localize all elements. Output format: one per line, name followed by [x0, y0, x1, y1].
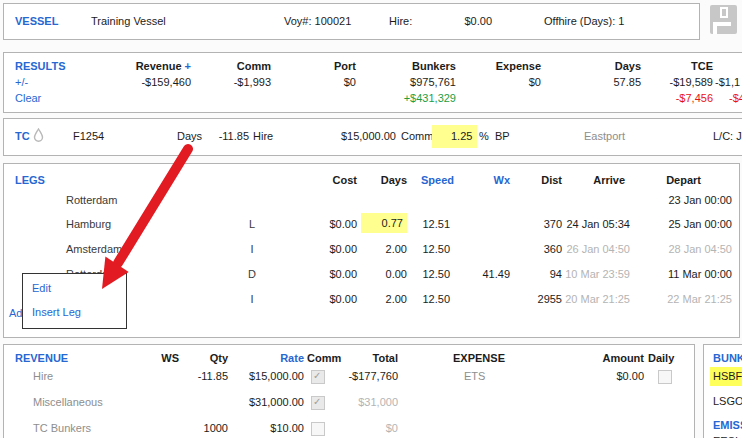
leg-port-name[interactable]: Rotterdam: [66, 193, 117, 208]
tc-section-label: TC: [15, 129, 30, 144]
emissions-row[interactable]: EESI: [713, 434, 738, 438]
revenue-qty[interactable]: 1000: [168, 421, 228, 436]
results-section-label: RESULTS: [15, 59, 66, 74]
vessel-section-label: VESSEL: [15, 14, 58, 29]
leg-row[interactable]: Amsterdam I $0.00 2.00 12.50 360 26 Jan …: [4, 242, 737, 258]
leg-speed[interactable]: 12.51: [390, 217, 450, 232]
revenue-total: $0: [318, 421, 398, 436]
col-header-bunkers: Bunkers: [366, 59, 456, 74]
expense-section-label: EXPENSE: [453, 351, 505, 366]
leg-port-name[interactable]: Hamburg: [66, 217, 111, 232]
app-window: VESSEL Training Vessel Voy#: 100021 Hire…: [0, 0, 742, 438]
result-revenue: -$159,460: [101, 75, 191, 90]
leg-arrive: 10 Mar 23:59: [540, 267, 630, 282]
revenue-rate[interactable]: $10.00: [244, 421, 304, 436]
vessel-hire-value[interactable]: $0.00: [432, 14, 492, 29]
legs-header-arrive: Arrive: [540, 173, 625, 188]
voyage-number[interactable]: Voy#: 100021: [284, 14, 351, 29]
revenue-header-total: Total: [318, 351, 398, 366]
leg-depart: 28 Jan 04:50: [642, 242, 732, 257]
legs-header-speed[interactable]: Speed: [394, 173, 454, 188]
bunkers-fuel-lsgo[interactable]: LSGO: [713, 394, 742, 409]
leg-speed[interactable]: 12.50: [390, 292, 450, 307]
leg-context-menu: Edit Insert Leg: [22, 273, 127, 329]
revenue-row-name: Hire: [33, 369, 53, 384]
bunkers-fuel-hsbf[interactable]: HSBFO: [710, 367, 742, 382]
tc-code[interactable]: F1254: [73, 129, 104, 144]
leg-arrive: 24 Jan 05:34: [540, 217, 630, 232]
tc-port[interactable]: Eastport: [584, 129, 625, 144]
leg-speed[interactable]: 12.50: [390, 267, 450, 282]
revenue-header-qty: Qty: [168, 351, 228, 366]
tc-panel: TC F1254 Days -11.85 Hire $15,000.00 Com…: [3, 118, 742, 156]
results-clear-link[interactable]: Clear: [15, 91, 41, 106]
tc-comm-label: Comm: [401, 129, 433, 144]
tc-comm-value[interactable]: 1.25: [432, 125, 477, 140]
result-bunkers-delta: +$431,329: [366, 91, 456, 106]
col-header-expense: Expense: [451, 59, 541, 74]
col-header-port: Port: [266, 59, 356, 74]
context-menu-insert-leg[interactable]: Insert Leg: [32, 305, 81, 320]
revenue-total: -$177,760: [318, 369, 398, 384]
leg-speed[interactable]: 12.50: [390, 242, 450, 257]
revenue-total: $31,000: [318, 395, 398, 410]
offhire-days[interactable]: Offhire (Days): 1: [544, 14, 625, 29]
revenue-row-name: Miscellaneous: [33, 395, 103, 410]
result-extra: -$1,1: [715, 75, 740, 90]
leg-depart: 22 Mar 21:25: [642, 292, 732, 307]
revenue-qty[interactable]: -11.85: [168, 369, 228, 384]
daily-checkbox[interactable]: [658, 370, 672, 384]
legs-section-label: LEGS: [15, 173, 45, 188]
droplet-icon: [33, 128, 44, 144]
vessel-hire-label: Hire:: [389, 14, 412, 29]
bunkers-section-label: BUNKERS: [713, 351, 742, 366]
col-header-revenue: Revenue +: [101, 59, 191, 74]
leg-type: D: [246, 267, 258, 282]
expense-row-name: ETS: [464, 369, 485, 384]
revenue-row[interactable]: TC Bunkers 1000 $10.00 $0: [4, 421, 692, 437]
revenue-row-name: TC Bunkers: [33, 421, 91, 436]
context-menu-edit[interactable]: Edit: [32, 281, 51, 296]
leg-depart: 23 Jan 00:00: [642, 193, 732, 208]
result-comm: -$1,993: [181, 75, 271, 90]
revenue-section-label: REVENUE: [15, 351, 68, 366]
tc-days-value[interactable]: -11.85: [199, 129, 249, 144]
leg-arrive: 20 Mar 21:25: [540, 292, 630, 307]
bunkers-panel: BUNKERS HSBFO LSGO EMISSIONS EESI: [703, 344, 742, 438]
revenue-header-rate[interactable]: Rate: [244, 351, 304, 366]
tc-bp-label: BP: [495, 129, 510, 144]
legs-header-wx[interactable]: Wx: [450, 173, 510, 188]
tc-hire-label: Hire: [253, 129, 273, 144]
vessel-panel: VESSEL Training Vessel Voy#: 100021 Hire…: [3, 3, 700, 40]
result-bunkers: $975,761: [366, 75, 456, 90]
tc-percent-sign: %: [479, 129, 489, 144]
leg-type: L: [246, 217, 258, 232]
result-tce-delta: -$7,456: [623, 91, 713, 106]
revenue-row[interactable]: Hire -11.85 $15,000.00 -$177,760 ETS $0.…: [4, 369, 692, 385]
result-tce: -$19,589: [623, 75, 713, 90]
result-expense: $0: [451, 75, 541, 90]
revenue-row[interactable]: Miscellaneous $31,000.00 $31,000: [4, 395, 692, 411]
emissions-section-label: EMISSIONS: [713, 418, 742, 433]
result-extra-delta: -$4: [729, 91, 742, 106]
col-header-tce: TCE: [623, 59, 713, 74]
leg-port-name[interactable]: Amsterdam: [66, 242, 122, 257]
expense-header-amount: Amount: [584, 351, 644, 366]
vessel-name[interactable]: Training Vessel: [91, 14, 166, 29]
expense-amount[interactable]: $0.00: [584, 369, 644, 384]
results-panel: RESULTS +/- Clear Revenue + Comm Port Bu…: [3, 52, 742, 113]
save-button[interactable]: [709, 4, 738, 37]
tc-hire-value[interactable]: $15,000.00: [336, 129, 396, 144]
revenue-rate[interactable]: $15,000.00: [244, 369, 304, 384]
leg-arrive: 26 Jan 04:50: [540, 242, 630, 257]
leg-type: I: [246, 292, 258, 307]
results-plusminus[interactable]: +/-: [15, 75, 28, 90]
leg-row[interactable]: Rotterdam 23 Jan 00:00: [4, 193, 737, 209]
leg-row[interactable]: Hamburg L $0.00 0.77 12.51 370 24 Jan 05…: [4, 217, 737, 233]
leg-depart: 25 Jan 00:00: [642, 217, 732, 232]
leg-depart: 11 Mar 00:00: [642, 267, 732, 282]
col-header-comm: Comm: [181, 59, 271, 74]
tc-lc[interactable]: L/C: Jan: [713, 129, 742, 144]
legs-header-depart: Depart: [616, 173, 701, 188]
revenue-rate[interactable]: $31,000.00: [244, 395, 304, 410]
